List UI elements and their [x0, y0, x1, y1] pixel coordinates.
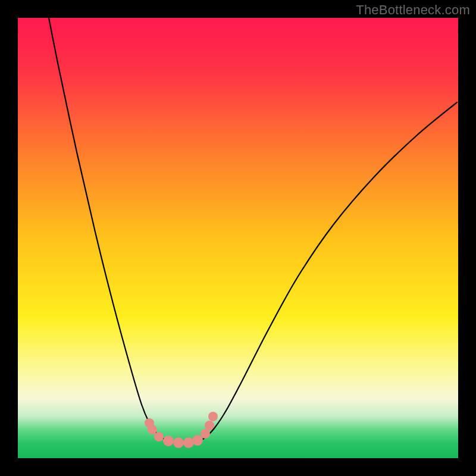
valley-marker	[148, 425, 157, 434]
valley-marker	[154, 432, 164, 441]
valley-marker	[205, 421, 214, 430]
valley-marker	[208, 412, 218, 421]
valley-marker	[192, 435, 203, 446]
valley-marker	[201, 429, 210, 439]
watermark-text: TheBottleneck.com	[356, 2, 470, 18]
valley-marker	[163, 436, 174, 446]
valley-marker	[173, 437, 184, 448]
chart-svg	[0, 0, 476, 476]
plot-background	[18, 18, 458, 458]
chart-container: TheBottleneck.com	[0, 0, 476, 476]
